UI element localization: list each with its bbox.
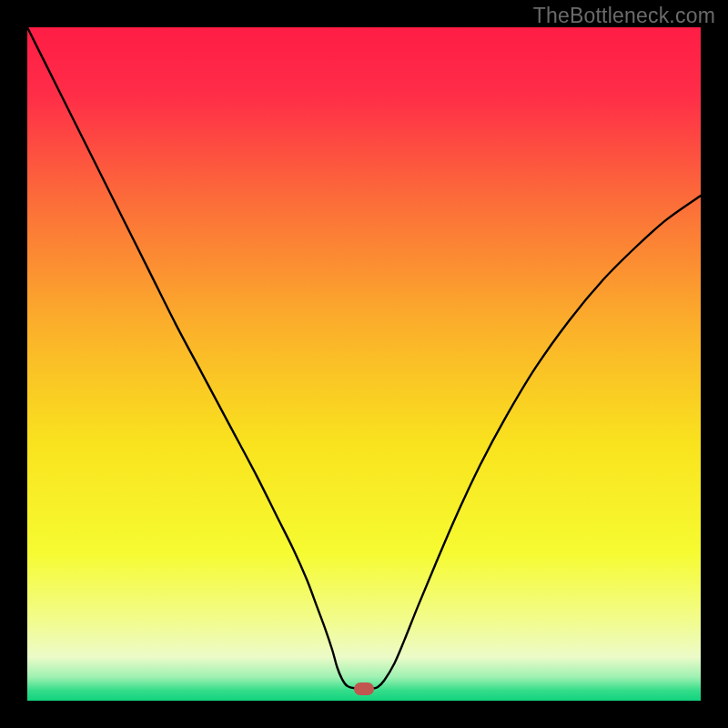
curve-layer — [27, 27, 701, 701]
bottleneck-curve — [27, 27, 701, 689]
watermark-text: TheBottleneck.com — [533, 4, 715, 28]
chart-frame: TheBottleneck.com — [0, 0, 728, 728]
optimal-point-marker — [354, 682, 374, 695]
plot-area — [27, 27, 701, 701]
